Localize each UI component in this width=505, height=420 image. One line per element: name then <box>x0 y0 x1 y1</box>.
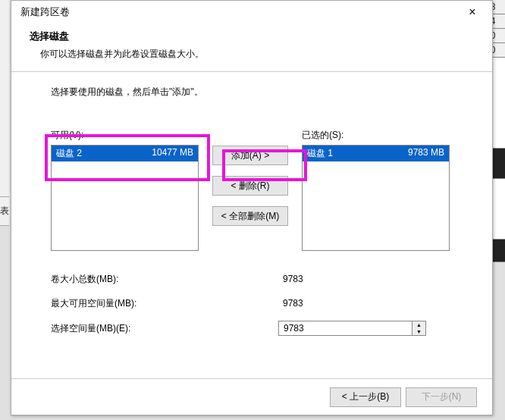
select-space-label: 选择空间量(MB)(E): <box>51 322 278 335</box>
remove-all-button[interactable]: < 全部删除(M) <box>212 206 288 226</box>
close-icon: × <box>469 5 475 19</box>
header-subtitle: 你可以选择磁盘并为此卷设置磁盘大小。 <box>30 48 474 61</box>
dialog-footer: < 上一步(B) 下一步(N) <box>11 378 492 415</box>
add-button[interactable]: 添加(A) > <box>212 146 288 165</box>
disk-size: 9783 MB <box>408 147 444 160</box>
header-title: 选择磁盘 <box>30 30 474 43</box>
total-size-label: 卷大小总数(MB): <box>51 273 278 286</box>
select-space-input[interactable] <box>279 321 412 335</box>
max-space-value: 9783 <box>278 296 426 310</box>
list-item[interactable]: 磁盘 1 9783 MB <box>303 146 449 161</box>
new-spanned-volume-dialog: 新建跨区卷 × 选择磁盘 你可以选择磁盘并为此卷设置磁盘大小。 选择要使用的磁盘… <box>11 0 493 415</box>
spinner-down-button[interactable]: ▼ <box>412 328 425 335</box>
select-space-spinner[interactable]: ▲ ▼ <box>278 321 426 336</box>
spinner-up-button[interactable]: ▲ <box>412 321 425 328</box>
disk-size: 10477 MB <box>152 147 193 160</box>
disk-name: 磁盘 2 <box>56 147 82 160</box>
available-label: 可用(V): <box>51 129 199 142</box>
available-listbox[interactable]: 磁盘 2 10477 MB <box>51 145 199 251</box>
header-block: 选择磁盘 你可以选择磁盘并为此卷设置磁盘大小。 <box>11 24 492 72</box>
titlebar: 新建跨区卷 × <box>11 1 492 24</box>
next-button: 下一步(N) <box>406 387 477 407</box>
remove-button[interactable]: < 删除(R) <box>212 176 288 196</box>
back-button[interactable]: < 上一步(B) <box>330 387 401 407</box>
selected-listbox[interactable]: 磁盘 1 9783 MB <box>302 145 450 251</box>
max-space-label: 最大可用空间量(MB): <box>51 297 278 310</box>
total-size-value: 9783 <box>278 272 426 286</box>
instruction-text: 选择要使用的磁盘，然后单击"添加"。 <box>51 86 462 99</box>
disk-name: 磁盘 1 <box>307 147 333 160</box>
selected-label: 已选的(S): <box>302 129 450 142</box>
close-button[interactable]: × <box>457 2 488 23</box>
background-left-column: 表 <box>0 0 9 420</box>
dialog-title: 新建跨区卷 <box>20 5 70 19</box>
list-item[interactable]: 磁盘 2 10477 MB <box>52 146 198 161</box>
